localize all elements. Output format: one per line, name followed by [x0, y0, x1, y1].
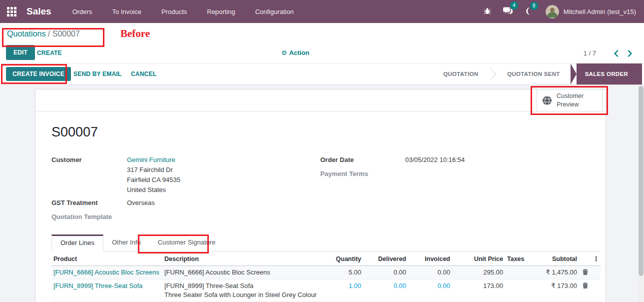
form-statusbar-row: CREATE INVOICE SEND BY EMAIL CANCEL QUOT…: [0, 63, 644, 85]
order-date-value: 03/05/2022 10:16:54: [405, 155, 465, 165]
customer-link[interactable]: Gemini Furniture: [127, 156, 175, 164]
breadcrumb-separator: /: [45, 30, 52, 38]
description-line-1: [FURN_8999] Three-Seat Sofa: [164, 282, 325, 290]
debug-bug-icon[interactable]: [478, 5, 497, 18]
gear-icon: ⚙: [281, 49, 287, 56]
top-navbar: Sales Orders To Invoice Products Reporti…: [0, 0, 644, 23]
tab-other-info[interactable]: Other Info: [103, 234, 149, 252]
breadcrumb-quotations-link[interactable]: Quotations: [7, 30, 45, 38]
cell-delivered: 0.00: [363, 280, 408, 302]
column-description: Description: [162, 252, 327, 266]
apps-grid-icon[interactable]: [7, 7, 16, 16]
customer-preview-button[interactable]: Customer Preview: [537, 89, 603, 112]
cell-invoiced: 0.00: [408, 280, 452, 302]
scrollbar-thumb[interactable]: [639, 86, 644, 276]
cell-invoiced: 0.00: [408, 266, 452, 280]
avatar-image: [546, 5, 559, 18]
cell-subtotal: ₹ 1,475.00: [534, 266, 579, 280]
cell-subtotal: ₹ 173.00: [534, 280, 579, 302]
edit-button[interactable]: EDIT: [6, 45, 35, 60]
tab-order-lines[interactable]: Order Lines: [51, 234, 103, 252]
tab-customer-signature[interactable]: Customer Signature: [149, 234, 224, 252]
navbar-systray: 4 8 Mitchell Admin (test_v15): [478, 4, 636, 18]
cancel-button[interactable]: CANCEL: [131, 70, 156, 78]
pager-value[interactable]: 1 / 7: [584, 50, 596, 57]
column-unit-price: Unit Price: [452, 252, 505, 266]
action-menu-button[interactable]: ⚙Action: [281, 49, 309, 56]
trash-icon: [583, 282, 588, 288]
field-quotation-template: Quotation Template: [51, 212, 320, 222]
customer-value-block: Gemini Furniture 317 Fairchild Dr Fairfi…: [127, 155, 180, 195]
page-title: S00007: [51, 124, 600, 140]
pager-next-button[interactable]: [623, 50, 637, 57]
nav-item-to-invoice[interactable]: To Invoice: [112, 8, 141, 16]
nav-item-orders[interactable]: Orders: [72, 8, 92, 16]
cell-product[interactable]: [FURN_8999] Three-Seat Sofa: [51, 280, 162, 302]
nav-item-products[interactable]: Products: [161, 8, 187, 16]
payment-terms-label: Payment Terms: [320, 169, 405, 179]
customer-label: Customer: [51, 155, 127, 195]
chevron-left-icon: [614, 50, 619, 57]
breadcrumb-row: Quotations / S00007 Before: [0, 23, 644, 45]
column-quantity: Quantity: [327, 252, 363, 266]
column-delivered: Delivered: [363, 252, 408, 266]
statusbar: QUOTATION QUOTATION SENT SALES ORDER: [433, 64, 642, 84]
state-quotation[interactable]: QUOTATION: [433, 64, 489, 84]
gst-treatment-label: GST Treatment: [51, 198, 127, 208]
control-panel-buttons: EDIT CREATE ⚙Action 1 / 7: [0, 45, 644, 63]
messages-count-badge: 4: [510, 2, 518, 10]
trash-icon: [583, 268, 588, 275]
cell-taxes: [505, 280, 534, 302]
cell-unit-price: 173.00: [452, 280, 505, 302]
action-label: Action: [289, 49, 309, 56]
order-line-row[interactable]: [FURN_6666] Acoustic Bloc Screens [FURN_…: [51, 266, 601, 280]
column-delete: [579, 252, 591, 266]
field-column-right: Order Date 03/05/2022 10:16:54 Payment T…: [320, 155, 600, 222]
create-button[interactable]: CREATE: [37, 50, 62, 56]
user-avatar[interactable]: [546, 5, 559, 18]
breadcrumb-current: S00007: [52, 30, 80, 38]
cell-product[interactable]: [FURN_6666] Acoustic Bloc Screens: [51, 266, 162, 280]
optional-columns-icon[interactable]: ⋮: [591, 252, 601, 266]
vertical-scrollbar: [638, 85, 644, 302]
bug-icon: [484, 7, 491, 15]
delete-line-button[interactable]: [583, 268, 588, 276]
column-invoiced: Invoiced: [408, 252, 452, 266]
delete-line-button[interactable]: [583, 282, 588, 290]
notebook-tabs: Order Lines Other Info Customer Signatur…: [51, 234, 600, 252]
send-by-email-button[interactable]: SEND BY EMAIL: [73, 70, 121, 78]
quotation-template-label: Quotation Template: [51, 212, 127, 222]
cell-delivered: 0.00: [363, 266, 408, 280]
activities-icon-button[interactable]: 8: [519, 5, 539, 18]
address-line-3: United States: [127, 185, 180, 195]
breadcrumb: Quotations / S00007: [7, 30, 80, 38]
field-gst-treatment: GST Treatment Overseas: [51, 198, 320, 208]
create-invoice-button[interactable]: CREATE INVOICE: [6, 67, 71, 81]
nav-item-configuration[interactable]: Configuration: [255, 8, 294, 16]
state-sales-order[interactable]: SALES ORDER: [577, 64, 642, 84]
messages-icon-button[interactable]: 4: [497, 4, 519, 18]
column-subtotal: Subtotal: [534, 252, 579, 266]
state-quotation-sent[interactable]: QUOTATION SENT: [497, 64, 570, 84]
form-view-background: Customer Preview S00007 Customer Gemini …: [0, 85, 644, 302]
cell-unit-price: 295.00: [452, 266, 505, 280]
nav-item-reporting[interactable]: Reporting: [207, 8, 235, 16]
app-name[interactable]: Sales: [26, 6, 51, 17]
activities-count-badge: 8: [530, 2, 538, 10]
user-menu[interactable]: Mitchell Admin (test_v15): [564, 8, 636, 16]
cell-quantity: 1.00: [327, 280, 363, 302]
sheet-button-box: Customer Preview: [35, 90, 606, 112]
cell-description: [FURN_8999] Three-Seat Sofa Three Seater…: [162, 280, 327, 302]
chevron-right-icon: [628, 50, 633, 57]
field-order-date: Order Date 03/05/2022 10:16:54: [320, 155, 600, 165]
order-line-row[interactable]: [FURN_8999] Three-Seat Sofa [FURN_8999] …: [51, 280, 601, 302]
pager-previous-button[interactable]: [609, 50, 623, 57]
sheet-body: S00007 Customer Gemini Furniture 317 Fai…: [35, 112, 606, 302]
field-group: Customer Gemini Furniture 317 Fairchild …: [51, 155, 600, 222]
address-line-1: 317 Fairchild Dr: [127, 165, 180, 175]
cell-taxes: [505, 266, 534, 280]
field-column-left: Customer Gemini Furniture 317 Fairchild …: [51, 155, 320, 222]
gst-treatment-value: Overseas: [127, 198, 155, 208]
field-payment-terms: Payment Terms: [320, 169, 600, 179]
statusbar-arrow-icon: [571, 64, 577, 84]
